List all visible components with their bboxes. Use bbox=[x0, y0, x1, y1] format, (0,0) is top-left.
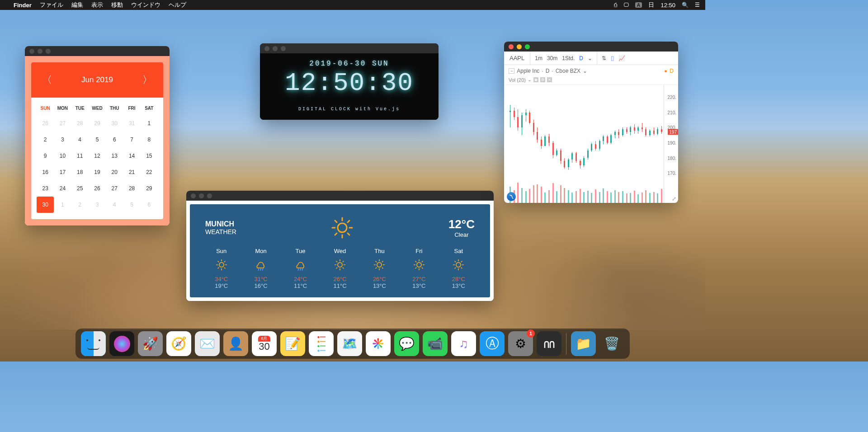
tradingview-logo-icon[interactable]: 〽 bbox=[507, 192, 516, 201]
restore-icon[interactable]: ⤢ bbox=[672, 196, 676, 202]
interval-button[interactable]: 1Std. bbox=[562, 55, 575, 61]
calendar-day[interactable]: 26 bbox=[89, 180, 106, 197]
calendar-day[interactable]: 3 bbox=[54, 131, 71, 148]
calendar-day[interactable]: 21 bbox=[123, 164, 140, 180]
calendar-day[interactable]: 1 bbox=[54, 197, 71, 213]
chevron-down-icon[interactable]: ⌄ bbox=[528, 77, 532, 83]
menu-item[interactable]: ウインドウ bbox=[131, 1, 160, 9]
dock-preferences[interactable]: ⚙1 bbox=[508, 331, 533, 356]
menu-item[interactable]: ファイル bbox=[40, 1, 63, 9]
dock-custom[interactable] bbox=[537, 331, 561, 356]
close-icon[interactable] bbox=[191, 193, 196, 198]
dock-contacts[interactable]: 👤 bbox=[223, 331, 248, 356]
calendar-day[interactable]: 2 bbox=[37, 131, 54, 148]
calendar-day[interactable]: 5 bbox=[123, 197, 140, 213]
calendar-day[interactable]: 17 bbox=[54, 164, 71, 180]
menu-item[interactable]: ヘルプ bbox=[169, 1, 186, 9]
app-name[interactable]: Finder bbox=[14, 2, 32, 9]
calendar-day[interactable]: 8 bbox=[141, 131, 158, 148]
calendar-day[interactable]: 7 bbox=[123, 131, 140, 148]
dock-siri[interactable] bbox=[109, 331, 134, 356]
dock-finder[interactable] bbox=[81, 331, 106, 356]
control-center-icon[interactable]: ☰ bbox=[695, 2, 700, 8]
zoom-icon[interactable] bbox=[281, 46, 286, 51]
calendar-day[interactable]: 27 bbox=[106, 180, 123, 197]
calendar-day[interactable]: 1 bbox=[141, 115, 158, 131]
calendar-day[interactable]: 10 bbox=[54, 148, 71, 164]
airplay-icon[interactable]: ⎙ bbox=[614, 2, 617, 8]
minimize-icon[interactable] bbox=[38, 49, 42, 54]
close-icon[interactable] bbox=[29, 49, 34, 54]
vol-settings-icon[interactable]: ⚙ bbox=[540, 77, 545, 82]
calendar-day[interactable]: 25 bbox=[71, 180, 89, 197]
next-month-button[interactable]: 〉 bbox=[142, 73, 152, 87]
dock-mail[interactable]: ✉️ bbox=[195, 331, 220, 356]
calendar-day[interactable]: 3 bbox=[89, 197, 106, 213]
titlebar[interactable] bbox=[186, 191, 494, 201]
calendar-day[interactable]: 6 bbox=[141, 197, 158, 213]
calendar-day[interactable]: 24 bbox=[54, 180, 71, 197]
minimize-icon[interactable] bbox=[199, 193, 204, 198]
calendar-day[interactable]: 29 bbox=[89, 115, 106, 131]
titlebar[interactable] bbox=[504, 42, 678, 52]
symbol-input[interactable]: AAPL bbox=[504, 52, 530, 65]
interval-button[interactable]: 1m bbox=[535, 55, 542, 61]
calendar-day[interactable]: 28 bbox=[123, 180, 140, 197]
calendar-day[interactable]: 30 bbox=[37, 197, 54, 213]
menu-item[interactable]: 移動 bbox=[111, 1, 123, 9]
zoom-icon[interactable] bbox=[207, 193, 212, 198]
display-icon[interactable]: 🖵 bbox=[623, 2, 629, 8]
calendar-day[interactable]: 9 bbox=[37, 148, 54, 164]
calendar-day[interactable]: 20 bbox=[106, 164, 123, 180]
dock-itunes[interactable]: ♫ bbox=[451, 331, 476, 356]
minimize-icon[interactable] bbox=[273, 46, 278, 51]
calendar-day[interactable]: 11 bbox=[71, 148, 89, 164]
calendar-day[interactable]: 26 bbox=[37, 115, 54, 131]
dock-reminders[interactable]: ●━━●━━●━━●━━ bbox=[309, 331, 334, 356]
compare-icon[interactable]: ⇅ bbox=[602, 55, 606, 61]
chart-area[interactable]: 220.210.200.190.180.170. 197 〽 Mai Jun J… bbox=[504, 85, 678, 203]
zoom-icon[interactable] bbox=[46, 49, 51, 54]
clock-window[interactable]: 2019-06-30 SUN 12:50:30 DIGITAL CLOCK wi… bbox=[260, 43, 439, 120]
calendar-day[interactable]: 30 bbox=[106, 115, 123, 131]
calendar-window[interactable]: 〈 Jun 2019 〉 SUNMONTUEWEDTHUFRISAT 26272… bbox=[25, 46, 170, 225]
dock-notes[interactable]: 📝 bbox=[280, 331, 305, 356]
chevron-down-icon[interactable]: ⌄ bbox=[588, 55, 592, 61]
titlebar[interactable] bbox=[260, 43, 439, 53]
calendar-day[interactable]: 16 bbox=[37, 164, 54, 180]
input-source[interactable]: A bbox=[635, 2, 642, 8]
dock-appstore[interactable]: Ⓐ bbox=[480, 331, 505, 356]
calendar-day[interactable]: 2 bbox=[71, 197, 89, 213]
indicator-icon[interactable]: 📈 bbox=[618, 55, 625, 61]
minimize-icon[interactable] bbox=[517, 44, 522, 49]
calendar-day[interactable]: 31 bbox=[123, 115, 140, 131]
calendar-day[interactable]: 28 bbox=[71, 115, 89, 131]
collapse-icon[interactable]: − bbox=[509, 68, 514, 74]
menubar-time[interactable]: 12:50 bbox=[660, 2, 675, 9]
weather-window[interactable]: MUNICH WEATHER 12°C Clear Sun 34°C 19°CM… bbox=[186, 191, 494, 301]
calendar-day[interactable]: 4 bbox=[106, 197, 123, 213]
close-icon[interactable] bbox=[264, 46, 269, 51]
calendar-day[interactable]: 14 bbox=[123, 148, 140, 164]
interval-button[interactable]: 30m bbox=[547, 55, 557, 61]
calendar-day[interactable]: 5 bbox=[89, 131, 106, 148]
dock-trash[interactable]: 🗑️ bbox=[599, 331, 624, 356]
calendar-day[interactable]: 6 bbox=[106, 131, 123, 148]
search-icon[interactable]: 🔍 bbox=[682, 2, 689, 8]
dock-messages[interactable]: 💬 bbox=[394, 331, 419, 356]
calendar-day[interactable]: 15 bbox=[141, 148, 158, 164]
dock-maps[interactable]: 🗺️ bbox=[337, 331, 362, 356]
dock-launchpad[interactable]: 🚀 bbox=[138, 331, 163, 356]
calendar-day[interactable]: 23 bbox=[37, 180, 54, 197]
calendar-day[interactable]: 27 bbox=[54, 115, 71, 131]
menu-item[interactable]: 編集 bbox=[71, 1, 83, 9]
titlebar[interactable] bbox=[25, 46, 170, 56]
calendar-day[interactable]: 22 bbox=[141, 164, 158, 180]
candle-icon[interactable]: ⌷ bbox=[611, 55, 614, 61]
zoom-icon[interactable] bbox=[525, 44, 530, 49]
prev-month-button[interactable]: 〈 bbox=[42, 73, 52, 87]
dock-photos[interactable]: ❋ bbox=[366, 331, 391, 356]
dock-safari[interactable]: 🧭 bbox=[166, 331, 191, 356]
vol-close-icon[interactable]: ✕ bbox=[547, 77, 552, 82]
menu-item[interactable]: 表示 bbox=[91, 1, 103, 9]
